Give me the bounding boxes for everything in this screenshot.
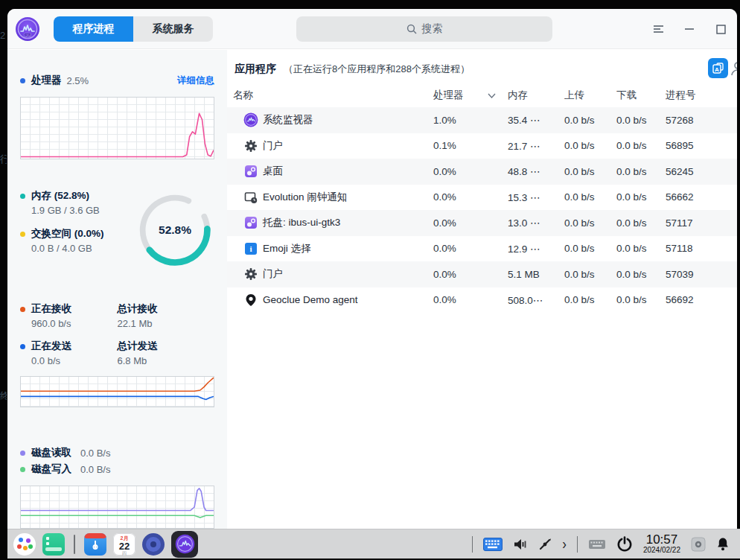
system-monitor-icon xyxy=(243,112,258,127)
process-panel: 应用程序 （正在运行8个应用程序和288个系统进程） A xyxy=(227,50,737,529)
process-download: 0.0 b/s xyxy=(616,115,666,126)
column-memory[interactable]: 内存 xyxy=(508,89,564,102)
process-cpu: 0.1% xyxy=(433,140,508,151)
notification-bell-icon[interactable] xyxy=(716,537,730,552)
background-window-text: 2 xyxy=(0,30,7,41)
stats-sidebar: 处理器 2.5% 详细信息 内存 (52.8%) 1.9 GB / 3.6 GB xyxy=(7,50,227,529)
process-upload: 0.0 b/s xyxy=(564,217,616,229)
volume-icon[interactable] xyxy=(513,538,528,551)
memory-usage: 1.9 GB / 3.6 GB xyxy=(31,205,104,216)
process-memory: 35.4 ⋯ xyxy=(508,114,564,126)
calendar-icon[interactable]: 2月 22 四 xyxy=(113,533,135,556)
table-row[interactable]: 系统监视器 1.0% 35.4 ⋯ 0.0 b/s 0.0 b/s 57268 xyxy=(227,107,737,133)
table-row[interactable]: Geoclue Demo agent 0.0% 508.0⋯ 0.0 b/s 0… xyxy=(227,287,737,314)
app-icon[interactable] xyxy=(84,533,106,556)
table-row[interactable]: 桌面 0.0% 48.8 ⋯ 0.0 b/s 0.0 b/s 56245 xyxy=(227,159,737,185)
tray-expand-icon[interactable]: › xyxy=(562,535,567,553)
details-link[interactable]: 详细信息 xyxy=(177,74,214,87)
system-tray: › 10:57 2024/02/22 xyxy=(472,533,740,554)
search-placeholder: 搜索 xyxy=(422,22,443,36)
process-cpu: 0.0% xyxy=(433,166,508,177)
launcher-icon[interactable] xyxy=(13,533,36,556)
network-chart xyxy=(20,376,214,407)
desktop-app-icon xyxy=(244,165,258,178)
process-name: Geoclue Demo agent xyxy=(263,294,433,305)
process-upload: 0.0 b/s xyxy=(564,166,616,177)
column-cpu[interactable]: 处理器 xyxy=(433,89,508,102)
column-name[interactable]: 名称 xyxy=(233,89,433,102)
background-window-text: 行 xyxy=(0,153,7,166)
disk-read-label: 磁盘读取 xyxy=(31,446,71,459)
table-row[interactable]: 托盘: ibus-ui-gtk3 0.0% 13.0 ⋯ 0.0 b/s 0.0… xyxy=(227,210,737,236)
applications-title: 应用程序 xyxy=(235,63,276,76)
process-icon xyxy=(243,164,258,179)
recv-total-value: 22.1 Mb xyxy=(118,318,215,329)
process-memory: 48.8 ⋯ xyxy=(508,165,564,177)
titlebar[interactable]: CPU 程序进程 系统服务 搜索 xyxy=(7,9,737,49)
process-name: 门户 xyxy=(263,139,433,153)
table-row[interactable]: Evolution 闹钟通知 0.0% 15.3 ⋯ 0.0 b/s 0.0 b… xyxy=(227,185,737,211)
recv-label: 正在接收 xyxy=(31,302,71,316)
keyboard-layout-icon[interactable] xyxy=(483,538,503,551)
process-icon: i xyxy=(243,241,258,256)
disk-write-value: 0.0 B/s xyxy=(80,464,110,475)
column-download[interactable]: 下载 xyxy=(616,89,666,102)
desktop-app-icon xyxy=(244,216,258,229)
table-row[interactable]: 门户 0.1% 21.7 ⋯ 0.0 b/s 0.0 b/s 56895 xyxy=(227,133,737,159)
tab-processes[interactable]: 程序进程 xyxy=(54,16,133,42)
network-section: 正在接收 960.0 b/s 总计接收 22.1 Mb 正在发送 0.0 b/s xyxy=(20,302,214,407)
column-pid[interactable]: 进程号 xyxy=(666,89,730,102)
memory-section: 内存 (52.8%) 1.9 GB / 3.6 GB 交换空间 (0.0%) 0… xyxy=(20,189,214,270)
clock[interactable]: 10:57 2024/02/22 xyxy=(643,533,680,554)
process-pid: 57117 xyxy=(666,217,730,229)
process-download: 0.0 b/s xyxy=(616,166,666,177)
cpu-section-header: 处理器 2.5% 详细信息 xyxy=(20,74,214,87)
system-monitor-dock-icon[interactable] xyxy=(171,531,198,558)
svg-text:A: A xyxy=(715,66,719,73)
cpu-chart xyxy=(20,97,214,159)
menu-icon[interactable] xyxy=(652,23,664,35)
cpu-label: 处理器 xyxy=(31,74,62,87)
process-download: 0.0 b/s xyxy=(616,217,666,229)
tab-services[interactable]: 系统服务 xyxy=(133,16,213,42)
process-pid: 57039 xyxy=(666,269,730,280)
power-icon[interactable] xyxy=(616,536,633,553)
send-bullet-icon xyxy=(20,344,25,349)
memory-bullet-icon xyxy=(20,194,25,199)
swap-usage: 0.0 B / 4.0 GB xyxy=(31,243,104,254)
minimize-icon[interactable] xyxy=(683,23,695,35)
search-input[interactable]: 搜索 xyxy=(296,16,552,42)
process-name: Evolution 闹钟通知 xyxy=(263,191,433,204)
recv-bullet-icon xyxy=(20,307,25,312)
process-cpu: 0.0% xyxy=(433,243,508,254)
app-store-icon[interactable] xyxy=(142,533,165,556)
onboard-keyboard-icon[interactable] xyxy=(588,538,606,550)
disk-read-bullet-icon xyxy=(20,451,25,456)
alarm-notify-icon xyxy=(244,191,258,204)
process-download: 0.0 b/s xyxy=(616,269,666,280)
send-total-value: 6.8 Mb xyxy=(118,355,215,366)
process-pid: 56245 xyxy=(666,166,730,177)
process-upload: 0.0 b/s xyxy=(564,294,616,305)
disk-section: 磁盘读取 0.0 B/s 磁盘写入 0.0 B/s xyxy=(20,446,214,529)
dock: 2月 22 四 xyxy=(7,531,198,558)
process-pid: 56895 xyxy=(666,140,730,151)
maximize-icon[interactable] xyxy=(715,23,727,35)
stylus-icon[interactable] xyxy=(538,538,552,551)
view-mode-button[interactable]: A xyxy=(708,58,728,78)
column-upload[interactable]: 上传 xyxy=(564,89,616,102)
process-memory: 12.9 ⋯ xyxy=(508,243,564,255)
table-row[interactable]: i Emoji 选择 0.0% 12.9 ⋯ 0.0 b/s 0.0 b/s 5… xyxy=(227,236,737,262)
user-view-icon[interactable] xyxy=(730,60,737,77)
send-label: 正在发送 xyxy=(31,340,71,353)
window-controls xyxy=(652,16,733,42)
process-name: Emoji 选择 xyxy=(263,242,433,255)
text-editor-icon[interactable] xyxy=(42,533,65,556)
trash-tray-icon[interactable] xyxy=(691,537,706,552)
process-icon xyxy=(243,139,258,153)
process-upload: 0.0 b/s xyxy=(564,243,616,254)
table-row[interactable]: 门户 0.0% 5.1 MB 0.0 b/s 0.0 b/s 57039 xyxy=(227,261,737,287)
process-cpu: 0.0% xyxy=(433,217,508,229)
process-name: 系统监视器 xyxy=(263,113,433,127)
process-memory: 15.3 ⋯ xyxy=(508,191,564,203)
